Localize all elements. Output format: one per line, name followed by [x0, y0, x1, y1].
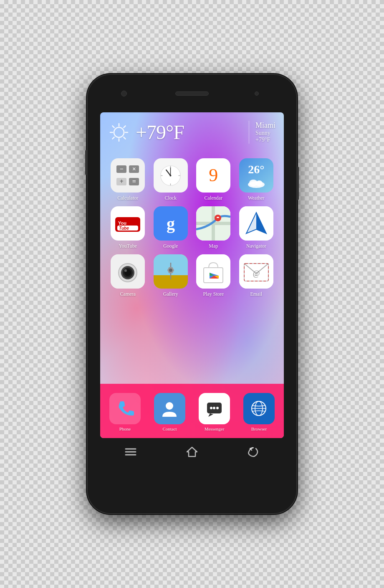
app-gallery[interactable]: Gallery: [152, 254, 190, 297]
weather-condition: Sunny: [255, 130, 275, 137]
svg-point-67: [210, 407, 212, 409]
svg-text:g: g: [167, 214, 175, 233]
app-email[interactable]: @ Email: [237, 254, 276, 297]
calc-times: ×: [129, 165, 139, 173]
clock-face-svg: [157, 162, 184, 189]
calc-minus: −: [116, 165, 126, 173]
weather-icon-num: 26°: [248, 163, 264, 176]
svg-point-20: [256, 180, 263, 186]
youtube-svg: You Tube: [113, 213, 142, 234]
google-icon: g: [154, 206, 188, 241]
app-google[interactable]: g Google: [152, 206, 190, 249]
camera-svg: [111, 254, 145, 289]
calculator-icon: − × + =: [111, 158, 145, 193]
weather-temperature: +79°F: [136, 121, 243, 144]
sun-icon: [109, 122, 129, 143]
app-clock[interactable]: Clock: [152, 158, 190, 201]
app-camera[interactable]: Camera: [109, 254, 147, 297]
menu-icon: [125, 447, 136, 456]
svg-line-6: [124, 137, 125, 139]
weather-divider: [249, 121, 249, 144]
clock-icon: [154, 158, 188, 193]
svg-point-52: [169, 269, 172, 272]
messenger-svg: [205, 399, 224, 418]
google-label: Google: [163, 243, 178, 249]
contact-dock-label: Contact: [162, 426, 177, 431]
menu-button[interactable]: [120, 441, 141, 462]
svg-point-69: [216, 407, 219, 409]
back-icon: [248, 446, 259, 458]
svg-text:@: @: [253, 269, 260, 278]
svg-line-5: [112, 126, 114, 127]
app-calendar[interactable]: 9 Calendar: [194, 158, 233, 201]
app-map[interactable]: Map: [194, 206, 233, 249]
google-svg: g: [158, 211, 183, 236]
calendar-label: Calendar: [205, 195, 222, 201]
youtube-icon: You Tube: [111, 206, 145, 241]
dock: Phone Contact: [100, 384, 284, 438]
gallery-icon: [154, 254, 188, 289]
phone-svg: [116, 399, 134, 418]
cloud-svg: [246, 176, 267, 188]
navigation-bar: [100, 438, 284, 465]
svg-point-65: [166, 402, 173, 410]
navigator-svg: [239, 206, 273, 241]
sensor: [255, 91, 259, 96]
contact-svg: [160, 399, 179, 418]
map-icon: [196, 206, 230, 241]
phone-device: +79°F Miami Sunny +79°F − × + = Calculat…: [88, 75, 296, 513]
svg-line-8: [112, 137, 114, 139]
weather-widget[interactable]: +79°F Miami Sunny +79°F: [109, 121, 275, 144]
back-button[interactable]: [243, 441, 264, 462]
email-label: Email: [250, 291, 262, 297]
svg-point-43: [124, 269, 127, 272]
email-svg: @: [239, 254, 273, 289]
navigator-label: Navigator: [246, 243, 266, 249]
map-label: Map: [209, 243, 218, 249]
weather-icon: 26°: [239, 158, 273, 193]
navigator-icon: [239, 206, 273, 241]
email-icon: @: [239, 254, 273, 289]
playstore-icon: [196, 254, 230, 289]
browser-dock-label: Browser: [251, 426, 267, 431]
phone-dock-label: Phone: [119, 426, 131, 431]
dock-phone[interactable]: Phone: [104, 388, 146, 436]
weather-city: Miami: [255, 121, 275, 130]
weather-app-label: Weather: [248, 195, 265, 201]
phone-screen: +79°F Miami Sunny +79°F − × + = Calculat…: [100, 112, 284, 438]
app-youtube[interactable]: You Tube YouTube: [109, 206, 147, 249]
camera-icon: [111, 254, 145, 289]
app-grid: − × + = Calculator: [100, 158, 284, 297]
app-weather[interactable]: 26° Weather: [237, 158, 276, 201]
gallery-svg: [154, 254, 188, 289]
phone-top-bar: [88, 75, 296, 112]
dock-messenger[interactable]: Messenger: [194, 388, 235, 436]
speaker-grille: [175, 91, 209, 96]
svg-text:Tube: Tube: [119, 226, 129, 231]
calc-equals: =: [129, 178, 139, 185]
phone-dock-icon: [109, 393, 141, 424]
camera-label: Camera: [120, 291, 136, 297]
weather-info: Miami Sunny +79°F: [255, 121, 275, 143]
svg-rect-53: [196, 254, 230, 289]
calc-plus: +: [116, 178, 126, 185]
calendar-icon: 9: [196, 158, 230, 193]
messenger-dock-icon: [199, 393, 230, 424]
app-navigator[interactable]: Navigator: [237, 206, 276, 249]
home-button[interactable]: [182, 441, 202, 462]
app-calculator[interactable]: − × + = Calculator: [109, 158, 147, 201]
map-svg: [196, 206, 230, 241]
svg-line-7: [124, 126, 125, 127]
svg-point-68: [213, 407, 215, 409]
svg-marker-70: [208, 413, 213, 417]
browser-svg: [250, 399, 268, 418]
playstore-label: Play Store: [203, 291, 224, 297]
contact-dock-icon: [154, 393, 185, 424]
playstore-svg: [196, 254, 230, 289]
calendar-number: 9: [209, 166, 218, 185]
dock-browser[interactable]: Browser: [238, 388, 280, 436]
svg-point-0: [114, 127, 124, 137]
dock-contact[interactable]: Contact: [149, 388, 190, 436]
messenger-dock-label: Messenger: [205, 426, 225, 431]
app-playstore[interactable]: Play Store: [194, 254, 233, 297]
